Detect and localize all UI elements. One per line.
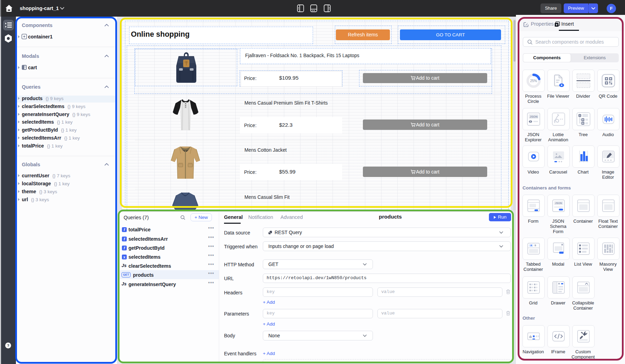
svg-text:x: x: [123, 255, 125, 259]
svg-text:25%: 25%: [530, 79, 537, 83]
svg-text:B: B: [535, 244, 536, 247]
svg-text:JSON: JSON: [529, 115, 537, 118]
svg-text:JSON: JSON: [555, 202, 562, 205]
svg-text:A: A: [530, 244, 532, 247]
svg-text:?: ?: [7, 344, 9, 348]
